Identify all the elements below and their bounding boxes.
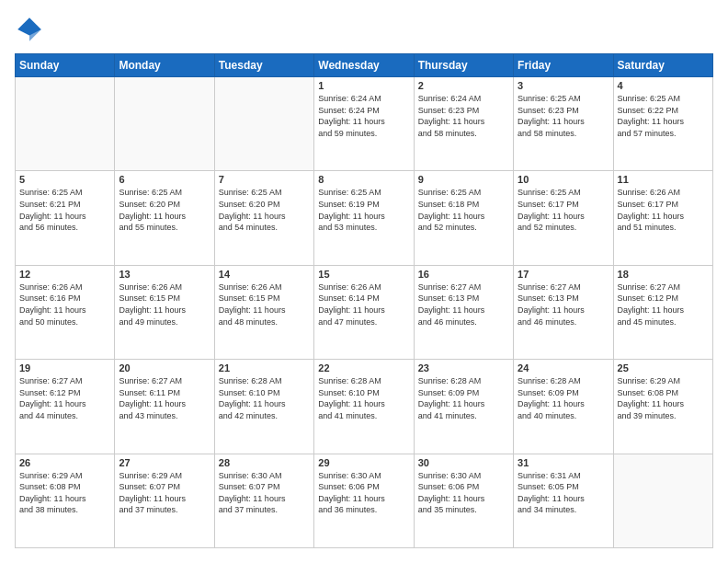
- day-number: 26: [19, 457, 110, 468]
- day-header-wednesday: Wednesday: [314, 54, 414, 77]
- day-info: Sunrise: 6:26 AM Sunset: 6:17 PM Dayligh…: [618, 187, 709, 233]
- day-info: Sunrise: 6:28 AM Sunset: 6:09 PM Dayligh…: [418, 375, 509, 421]
- calendar-cell: 1Sunrise: 6:24 AM Sunset: 6:24 PM Daylig…: [314, 77, 414, 171]
- calendar-header-row: SundayMondayTuesdayWednesdayThursdayFrid…: [16, 54, 713, 77]
- calendar-cell: 9Sunrise: 6:25 AM Sunset: 6:18 PM Daylig…: [414, 171, 513, 265]
- day-info: Sunrise: 6:26 AM Sunset: 6:14 PM Dayligh…: [318, 282, 409, 327]
- day-info: Sunrise: 6:28 AM Sunset: 6:10 PM Dayligh…: [219, 375, 310, 421]
- day-number: 22: [318, 362, 409, 373]
- day-number: 9: [418, 174, 509, 185]
- day-header-friday: Friday: [514, 54, 613, 77]
- day-info: Sunrise: 6:25 AM Sunset: 6:20 PM Dayligh…: [119, 187, 210, 233]
- day-header-tuesday: Tuesday: [214, 54, 313, 77]
- day-number: 6: [119, 174, 210, 185]
- calendar-cell: 26Sunrise: 6:29 AM Sunset: 6:08 PM Dayli…: [16, 454, 115, 547]
- day-number: 29: [318, 457, 409, 468]
- day-number: 8: [318, 174, 409, 185]
- day-header-monday: Monday: [115, 54, 214, 77]
- day-number: 27: [119, 457, 210, 468]
- day-info: Sunrise: 6:29 AM Sunset: 6:07 PM Dayligh…: [119, 470, 210, 516]
- day-number: 24: [518, 362, 609, 373]
- day-number: 18: [618, 269, 709, 280]
- calendar-cell: 20Sunrise: 6:27 AM Sunset: 6:11 PM Dayli…: [115, 360, 214, 454]
- day-number: 10: [518, 174, 609, 185]
- calendar-cell: 3Sunrise: 6:25 AM Sunset: 6:23 PM Daylig…: [514, 77, 613, 171]
- calendar-cell: 30Sunrise: 6:30 AM Sunset: 6:06 PM Dayli…: [414, 454, 513, 547]
- day-info: Sunrise: 6:27 AM Sunset: 6:12 PM Dayligh…: [19, 375, 110, 421]
- day-info: Sunrise: 6:24 AM Sunset: 6:23 PM Dayligh…: [418, 93, 509, 139]
- day-info: Sunrise: 6:25 AM Sunset: 6:22 PM Dayligh…: [618, 93, 709, 139]
- calendar-week-1: 5Sunrise: 6:25 AM Sunset: 6:21 PM Daylig…: [16, 171, 713, 265]
- calendar-cell: [115, 77, 214, 171]
- day-info: Sunrise: 6:26 AM Sunset: 6:15 PM Dayligh…: [119, 282, 210, 327]
- day-header-thursday: Thursday: [414, 54, 513, 77]
- calendar-week-3: 19Sunrise: 6:27 AM Sunset: 6:12 PM Dayli…: [16, 360, 713, 454]
- logo: [15, 15, 48, 44]
- calendar-cell: 23Sunrise: 6:28 AM Sunset: 6:09 PM Dayli…: [414, 360, 513, 454]
- calendar-cell: 12Sunrise: 6:26 AM Sunset: 6:16 PM Dayli…: [16, 265, 115, 359]
- day-number: 17: [518, 269, 609, 280]
- calendar-cell: 7Sunrise: 6:25 AM Sunset: 6:20 PM Daylig…: [214, 171, 313, 265]
- day-header-saturday: Saturday: [613, 54, 712, 77]
- day-number: 4: [618, 80, 709, 91]
- day-info: Sunrise: 6:30 AM Sunset: 6:07 PM Dayligh…: [219, 470, 310, 516]
- logo-icon: [15, 15, 44, 44]
- day-info: Sunrise: 6:27 AM Sunset: 6:13 PM Dayligh…: [518, 282, 609, 327]
- day-info: Sunrise: 6:30 AM Sunset: 6:06 PM Dayligh…: [418, 470, 509, 516]
- day-info: Sunrise: 6:26 AM Sunset: 6:15 PM Dayligh…: [219, 282, 310, 327]
- day-info: Sunrise: 6:25 AM Sunset: 6:21 PM Dayligh…: [19, 187, 110, 233]
- day-number: 23: [418, 362, 509, 373]
- calendar-cell: 28Sunrise: 6:30 AM Sunset: 6:07 PM Dayli…: [214, 454, 313, 547]
- day-number: 11: [618, 174, 709, 185]
- svg-marker-1: [29, 28, 41, 40]
- day-info: Sunrise: 6:30 AM Sunset: 6:06 PM Dayligh…: [318, 470, 409, 516]
- calendar-cell: [16, 77, 115, 171]
- day-number: 30: [418, 457, 509, 468]
- day-info: Sunrise: 6:29 AM Sunset: 6:08 PM Dayligh…: [618, 375, 709, 421]
- calendar-cell: 25Sunrise: 6:29 AM Sunset: 6:08 PM Dayli…: [613, 360, 712, 454]
- day-info: Sunrise: 6:25 AM Sunset: 6:17 PM Dayligh…: [518, 187, 609, 233]
- calendar-week-4: 26Sunrise: 6:29 AM Sunset: 6:08 PM Dayli…: [16, 454, 713, 547]
- calendar-cell: 22Sunrise: 6:28 AM Sunset: 6:10 PM Dayli…: [314, 360, 414, 454]
- day-info: Sunrise: 6:27 AM Sunset: 6:11 PM Dayligh…: [119, 375, 210, 421]
- calendar-cell: 4Sunrise: 6:25 AM Sunset: 6:22 PM Daylig…: [613, 77, 712, 171]
- day-info: Sunrise: 6:29 AM Sunset: 6:08 PM Dayligh…: [19, 470, 110, 516]
- day-number: 20: [119, 362, 210, 373]
- day-info: Sunrise: 6:31 AM Sunset: 6:05 PM Dayligh…: [518, 470, 609, 516]
- calendar-cell: 10Sunrise: 6:25 AM Sunset: 6:17 PM Dayli…: [514, 171, 613, 265]
- calendar-cell: [214, 77, 313, 171]
- day-number: 21: [219, 362, 310, 373]
- calendar: SundayMondayTuesdayWednesdayThursdayFrid…: [15, 53, 713, 548]
- calendar-cell: 2Sunrise: 6:24 AM Sunset: 6:23 PM Daylig…: [414, 77, 513, 171]
- calendar-cell: 21Sunrise: 6:28 AM Sunset: 6:10 PM Dayli…: [214, 360, 313, 454]
- calendar-week-2: 12Sunrise: 6:26 AM Sunset: 6:16 PM Dayli…: [16, 265, 713, 359]
- header: [15, 15, 713, 44]
- day-number: 15: [318, 269, 409, 280]
- calendar-cell: 24Sunrise: 6:28 AM Sunset: 6:09 PM Dayli…: [514, 360, 613, 454]
- calendar-cell: 11Sunrise: 6:26 AM Sunset: 6:17 PM Dayli…: [613, 171, 712, 265]
- calendar-cell: 15Sunrise: 6:26 AM Sunset: 6:14 PM Dayli…: [314, 265, 414, 359]
- calendar-cell: 16Sunrise: 6:27 AM Sunset: 6:13 PM Dayli…: [414, 265, 513, 359]
- day-header-sunday: Sunday: [16, 54, 115, 77]
- day-info: Sunrise: 6:25 AM Sunset: 6:20 PM Dayligh…: [219, 187, 310, 233]
- calendar-week-0: 1Sunrise: 6:24 AM Sunset: 6:24 PM Daylig…: [16, 77, 713, 171]
- day-number: 7: [219, 174, 310, 185]
- day-info: Sunrise: 6:25 AM Sunset: 6:18 PM Dayligh…: [418, 187, 509, 233]
- calendar-cell: 13Sunrise: 6:26 AM Sunset: 6:15 PM Dayli…: [115, 265, 214, 359]
- day-info: Sunrise: 6:25 AM Sunset: 6:19 PM Dayligh…: [318, 187, 409, 233]
- day-info: Sunrise: 6:27 AM Sunset: 6:13 PM Dayligh…: [418, 282, 509, 327]
- calendar-cell: 29Sunrise: 6:30 AM Sunset: 6:06 PM Dayli…: [314, 454, 414, 547]
- calendar-cell: [613, 454, 712, 547]
- day-number: 19: [19, 362, 110, 373]
- calendar-cell: 8Sunrise: 6:25 AM Sunset: 6:19 PM Daylig…: [314, 171, 414, 265]
- day-number: 3: [518, 80, 609, 91]
- calendar-cell: 27Sunrise: 6:29 AM Sunset: 6:07 PM Dayli…: [115, 454, 214, 547]
- day-info: Sunrise: 6:25 AM Sunset: 6:23 PM Dayligh…: [518, 93, 609, 139]
- day-info: Sunrise: 6:27 AM Sunset: 6:12 PM Dayligh…: [618, 282, 709, 327]
- day-number: 28: [219, 457, 310, 468]
- day-number: 1: [318, 80, 409, 91]
- page: SundayMondayTuesdayWednesdayThursdayFrid…: [0, 0, 728, 563]
- day-number: 5: [19, 174, 110, 185]
- day-number: 14: [219, 269, 310, 280]
- calendar-cell: 6Sunrise: 6:25 AM Sunset: 6:20 PM Daylig…: [115, 171, 214, 265]
